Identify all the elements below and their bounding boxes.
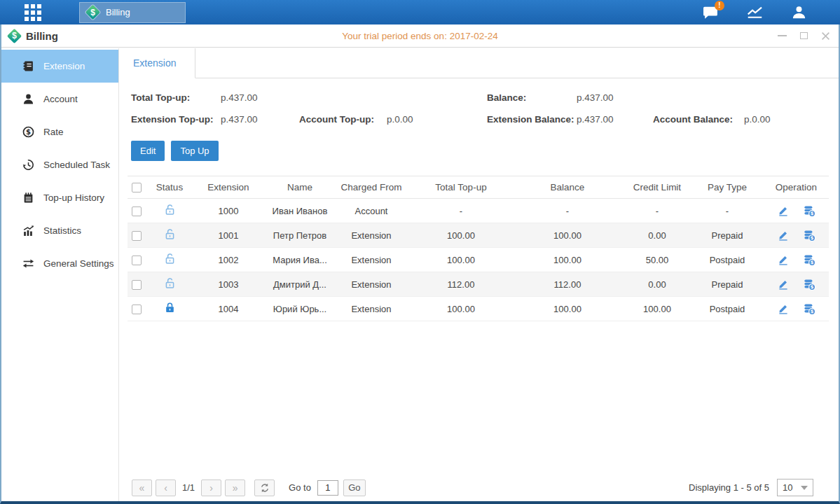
desktop-taskbar: $ Billing ! [0, 0, 840, 24]
extensions-table: Status Extension Name Charged From Total… [128, 176, 829, 321]
row-checkbox[interactable] [132, 255, 142, 265]
col-extension: Extension [189, 182, 268, 192]
col-status: Status [150, 182, 189, 192]
billing-window-icon: $ [8, 29, 21, 43]
table-row[interactable]: 1001 Петр Петров Extension 100.00 100.00… [128, 223, 829, 248]
account-topup-value: p.0.00 [387, 114, 487, 125]
pagination-bar: « ‹ 1/1 › » Go to Go Displaying 1 - 5 of… [132, 479, 813, 496]
bar-chart-icon [22, 225, 34, 237]
contacts-book-icon [22, 60, 34, 72]
account-balance-label: Account Balance: [653, 114, 744, 125]
billing-app-icon: $ [86, 6, 99, 19]
edit-row-icon[interactable] [778, 303, 789, 314]
prev-page-button[interactable]: ‹ [156, 479, 176, 496]
minimize-icon[interactable] [777, 31, 787, 41]
person-icon [22, 93, 34, 105]
goto-label: Go to [289, 482, 311, 493]
maximize-icon[interactable] [799, 31, 808, 41]
sidebar-item-statistics[interactable]: Statistics [1, 214, 118, 247]
app-launcher-grid-icon[interactable] [25, 4, 41, 21]
extension-balance-value: p.437.00 [577, 114, 653, 125]
col-name: Name [268, 182, 332, 192]
tab-extension[interactable]: Extension [119, 48, 195, 78]
topup-row-icon[interactable] [804, 254, 815, 266]
edit-row-icon[interactable] [778, 205, 789, 216]
window-titlebar: $ Billing Your trial period ends on: 201… [1, 24, 839, 48]
page-size-select[interactable]: 10 [777, 479, 813, 496]
topup-row-icon[interactable] [804, 230, 815, 241]
col-charged-from: Charged From [332, 182, 411, 192]
refresh-icon [260, 483, 270, 493]
topup-row-icon[interactable] [804, 303, 815, 315]
unlocked-icon [164, 253, 176, 265]
main-content: Extension Total Top-up: p.437.00 Balance… [119, 48, 839, 501]
resource-monitor-icon[interactable] [745, 5, 764, 20]
extension-balance-label: Extension Balance: [487, 114, 577, 125]
sliders-icon [22, 258, 34, 270]
notebook-icon [22, 192, 34, 204]
col-balance: Balance [511, 182, 624, 192]
sidebar-item-general-settings[interactable]: General Settings [1, 247, 118, 280]
last-page-button[interactable]: » [225, 479, 245, 496]
user-account-icon[interactable] [790, 5, 808, 20]
unlocked-icon [164, 204, 176, 216]
go-button[interactable]: Go [343, 479, 366, 496]
sidebar-item-account[interactable]: Account [1, 83, 118, 115]
chevron-down-icon [801, 486, 808, 490]
displaying-text: Displaying 1 - 5 of 5 [689, 482, 769, 493]
balance-label: Balance: [487, 92, 577, 103]
row-checkbox[interactable] [132, 231, 142, 241]
table-row[interactable]: 1000 Иван Иванов Account - - - - [128, 199, 829, 223]
billing-window: $ Billing Your trial period ends on: 201… [0, 24, 840, 504]
history-clock-icon [22, 159, 34, 171]
table-row[interactable]: 1002 Мария Ива... Extension 100.00 100.0… [128, 248, 829, 272]
edit-row-icon[interactable] [778, 279, 789, 290]
dollar-circle-icon [22, 126, 34, 138]
sidebar-item-scheduled-task[interactable]: Scheduled Task [1, 148, 118, 181]
next-page-button[interactable]: › [201, 479, 221, 496]
messages-icon[interactable]: ! [701, 5, 719, 20]
close-icon[interactable] [820, 31, 830, 41]
goto-page-input[interactable] [317, 480, 338, 496]
notification-badge: ! [715, 1, 724, 10]
page-indicator: 1/1 [182, 482, 195, 493]
table-row[interactable]: 1004 Юрий Юрь... Extension 100.00 100.00… [128, 297, 829, 321]
locked-icon [164, 302, 176, 314]
col-operation: Operation [764, 182, 829, 192]
col-pay-type: Pay Type [691, 182, 764, 192]
top-up-button[interactable]: Top Up [171, 141, 218, 161]
edit-row-icon[interactable] [778, 230, 789, 241]
col-credit-limit: Credit Limit [624, 182, 691, 192]
sidebar-item-rate[interactable]: Rate [1, 115, 118, 148]
table-row[interactable]: 1003 Дмитрий Д... Extension 112.00 112.0… [128, 272, 829, 297]
refresh-button[interactable] [254, 479, 275, 496]
window-title: $ Billing [8, 29, 58, 43]
first-page-button[interactable]: « [132, 479, 152, 496]
topup-row-icon[interactable] [804, 205, 815, 217]
total-topup-label: Total Top-up: [131, 92, 221, 103]
account-balance-value: p.0.00 [744, 114, 829, 125]
account-topup-label: Account Top-up: [299, 114, 387, 125]
row-checkbox[interactable] [132, 304, 142, 314]
sidebar-item-topup-history[interactable]: Top-up History [1, 181, 118, 214]
table-header-row: Status Extension Name Charged From Total… [128, 176, 829, 199]
balance-value: p.437.00 [577, 92, 653, 103]
sidebar-item-extension[interactable]: Extension [1, 50, 118, 83]
edit-button[interactable]: Edit [131, 141, 165, 161]
select-all-checkbox[interactable] [132, 183, 142, 192]
taskbar-item-billing[interactable]: $ Billing [79, 2, 186, 23]
trial-notice: Your trial period ends on: 2017-02-24 [1, 31, 839, 41]
balance-summary: Total Top-up: p.437.00 Balance: p.437.00… [119, 78, 839, 125]
tab-bar: Extension [119, 48, 839, 78]
topup-row-icon[interactable] [804, 279, 815, 290]
unlocked-icon [164, 228, 176, 240]
row-checkbox[interactable] [132, 206, 142, 216]
sidebar: Extension Account Rate Scheduled Task To… [1, 48, 119, 501]
edit-row-icon[interactable] [778, 254, 789, 265]
extension-topup-label: Extension Top-up: [131, 114, 221, 125]
extension-topup-value: p.437.00 [221, 114, 299, 125]
unlocked-icon [164, 277, 176, 289]
total-topup-value: p.437.00 [221, 92, 299, 103]
taskbar-item-label: Billing [106, 7, 130, 18]
row-checkbox[interactable] [132, 280, 142, 290]
